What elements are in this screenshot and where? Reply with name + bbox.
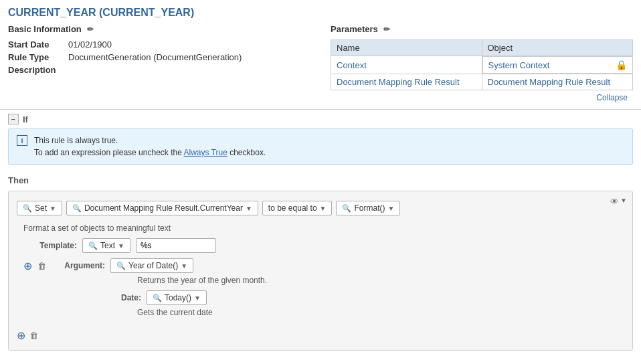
collapse-link[interactable]: Collapse [331,93,633,102]
template-text-input[interactable] [136,238,216,253]
if-label: If [23,114,28,124]
info-text: This rule is always true. To add an expr… [34,134,266,159]
date-search-icon: 🔍 [153,294,162,302]
info-line2-suffix: checkbox. [227,148,266,157]
argument-arrow: ▼ [181,262,187,270]
if-collapse-btn[interactable]: − [8,114,19,124]
page-title: CURRENT_YEAR (CURRENT_YEAR) [0,0,641,24]
set-label: Set [35,203,47,213]
date-value: Today() [165,293,191,302]
template-type-arrow: ▼ [118,242,124,250]
bottom-row: ⊕ 🗑 [17,325,624,342]
basic-info-edit-icon[interactable]: ✏ [87,25,94,34]
table-row: Context System Context 🔒 [331,56,633,74]
format-dropdown[interactable]: 🔍 Format() ▼ [336,201,400,215]
format-description: Format a set of objects to meaningful te… [23,223,624,233]
info-line1: This rule is always true. [34,136,118,145]
rule-type-label: Rule Type [8,52,68,62]
returns-text: Returns the year of the given month. [137,276,624,285]
date-dropdown[interactable]: 🔍 Today() ▼ [147,290,207,305]
then-section: Then 👁 ▼ 🔍 Set ▼ 🔍 Document Mapping Rule… [0,173,641,357]
delete-row-icon[interactable]: 🗑 [29,331,38,341]
info-line2-prefix: To add an expression please uncheck the [34,148,184,157]
eye-dropdown-arrow[interactable]: ▼ [620,197,627,207]
argument-label: Argument: [52,261,105,270]
parameters-header: Parameters [331,24,378,34]
template-label: Template: [23,241,77,250]
format-arrow-icon: ▼ [387,205,394,212]
if-section: − If i This rule is always true. To add … [0,110,641,173]
set-button[interactable]: 🔍 Set ▼ [17,201,62,215]
argument-search-icon: 🔍 [116,262,126,270]
gets-text: Gets the current date [137,308,624,317]
template-row: Template: 🔍 Text ▼ [23,238,624,253]
col-name-header: Name [331,40,482,56]
col-object-header: Object [482,40,633,56]
delete-argument-icon[interactable]: 🗑 [37,261,46,271]
operator-arrow-icon: ▼ [320,205,327,212]
add-argument-icon[interactable]: ⊕ [23,260,32,272]
field-value: Document Mapping Rule Result.CurrentYear [84,203,243,213]
parameters-panel: Parameters ✏ Name Object Context System … [331,24,633,102]
doc-mapping-name-link[interactable]: Document Mapping Rule Result [337,77,460,87]
eye-icon[interactable]: 👁 [610,197,619,207]
always-true-link[interactable]: Always True [184,148,227,157]
basic-info-panel: Basic Information ✏ Start Date 01/02/190… [8,24,310,102]
always-true-box: i This rule is always true. To add an ex… [8,128,633,165]
date-label: Date: [88,293,141,302]
system-context-link[interactable]: System Context [488,60,550,70]
info-icon: i [17,135,27,146]
format-search-icon: 🔍 [342,204,351,213]
format-func-label: Format() [354,203,385,213]
parameters-edit-icon[interactable]: ✏ [383,25,390,34]
field-arrow-icon: ▼ [246,205,252,212]
context-link[interactable]: Context [337,60,367,70]
lock-icon: 🔒 [616,60,627,70]
template-type-value: Text [100,241,115,250]
argument-value: Year of Date() [128,261,178,270]
start-date-label: Start Date [8,39,68,50]
argument-dropdown[interactable]: 🔍 Year of Date() ▼ [110,258,193,273]
operator-label: to be equal to [268,203,317,213]
argument-row: ⊕ 🗑 Argument: 🔍 Year of Date() ▼ [23,258,624,273]
set-search-icon: 🔍 [23,204,32,213]
start-date-value: 01/02/1900 [68,39,112,50]
format-section: Format a set of objects to meaningful te… [23,223,624,317]
set-arrow-icon: ▼ [50,205,56,212]
basic-info-header: Basic Information [8,24,82,34]
then-label: Then [8,175,633,185]
add-row-icon[interactable]: ⊕ [17,329,25,342]
field-search-icon: 🔍 [72,204,82,213]
rule-box: 👁 ▼ 🔍 Set ▼ 🔍 Document Mapping Rule Resu… [8,191,633,351]
operator-dropdown[interactable]: to be equal to ▼ [262,201,333,215]
eye-icon-area[interactable]: 👁 ▼ [610,197,627,207]
template-search-icon: 🔍 [88,242,98,250]
parameters-table: Name Object Context System Context 🔒 Doc… [331,39,633,90]
table-row: Document Mapping Rule Result Document Ma… [331,74,633,90]
rule-row: 🔍 Set ▼ 🔍 Document Mapping Rule Result.C… [17,201,624,215]
rule-type-value: DocumentGeneration (DocumentGeneration) [68,52,242,62]
description-label: Description [8,65,68,75]
doc-mapping-object-link[interactable]: Document Mapping Rule Result [488,77,611,87]
template-type-dropdown[interactable]: 🔍 Text ▼ [82,238,130,253]
date-arrow: ▼ [194,294,201,302]
field-dropdown[interactable]: 🔍 Document Mapping Rule Result.CurrentYe… [66,201,258,215]
date-row: Date: 🔍 Today() ▼ [88,290,624,305]
